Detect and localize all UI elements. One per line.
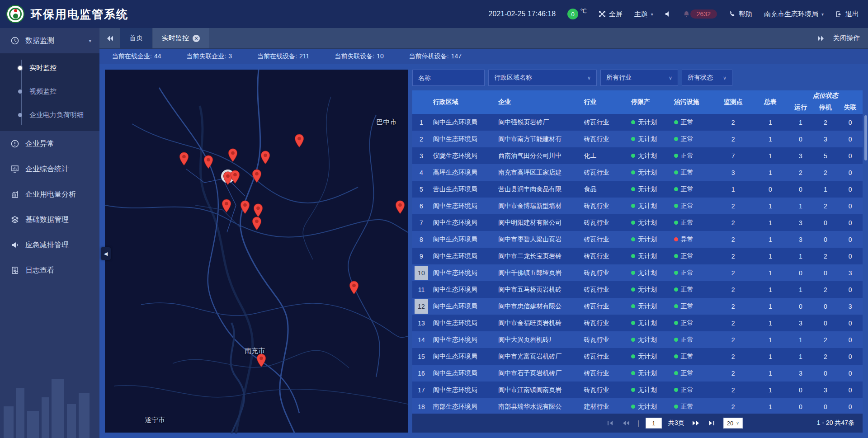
page-size-select[interactable]: 20 ∨ [723, 418, 743, 429]
industry-filter-select[interactable]: 所有行业 ∨ [600, 70, 678, 86]
map-pin-icon[interactable] [179, 152, 189, 166]
cell-meter: 1 [752, 164, 788, 181]
org-menu[interactable]: 南充市生态环境局 ▾ [764, 10, 824, 19]
map-pin-icon[interactable] [203, 155, 213, 169]
sidebar-item-power-analysis[interactable]: 企业用电量分析 [0, 182, 99, 207]
table-row[interactable]: 13阆中生态环境局阆中市金福旺页岩机砖砖瓦行业无计划正常21300 [412, 315, 863, 331]
cell-limit: 无计划 [628, 331, 671, 348]
enterprise-table: 行政区域 企业 行业 停限产 治污设施 监测点 总表 点位状态 运行 [412, 90, 863, 414]
prev-page-button[interactable] [621, 418, 631, 428]
sidebar-item-enterprise-abnormal[interactable]: 企业异常 [0, 131, 99, 156]
cell-industry: 砖瓦行业 [581, 198, 629, 214]
map-pin-icon[interactable] [256, 353, 266, 367]
cell-index: 17 [412, 381, 430, 398]
cell-region: 阆中生态环境局 [430, 298, 495, 315]
map[interactable]: 巴中市南充市遂宁市 ◀ [105, 70, 408, 433]
map-pin-icon[interactable] [260, 151, 270, 165]
table-row[interactable]: 9阆中生态环境局阆中市二龙长宝页岩砖砖瓦行业无计划正常21120 [412, 248, 863, 264]
map-pin-icon[interactable] [294, 134, 304, 148]
tab-home[interactable]: 首页 [120, 28, 152, 48]
sidebar-item-base-data[interactable]: 基础数据管理 [0, 207, 99, 232]
last-page-button[interactable] [707, 418, 717, 428]
table-row[interactable]: 15阆中生态环境局阆中市光富页岩机砖厂砖瓦行业无计划正常21120 [412, 348, 863, 365]
region-filter-select[interactable]: 行政区域名称 ∨ [488, 70, 597, 86]
cell-meter: 1 [752, 348, 788, 365]
status-dot-green [631, 271, 635, 275]
page-number-input[interactable] [646, 418, 662, 429]
sidebar-item-emergency-reduction[interactable]: 应急减排管理 [0, 232, 99, 258]
table-row[interactable]: 3仪陇生态环境局西南油气田分公司川中化工无计划正常71350 [412, 147, 863, 164]
map-city-label: 巴中市 [377, 118, 397, 127]
tab-realtime-monitor[interactable]: 实时监控 ✕ [153, 28, 209, 48]
cell-region: 阆中生态环境局 [430, 114, 495, 131]
col-header-point-status: 点位状态 [788, 90, 863, 101]
scrollbar-thumb[interactable] [864, 115, 867, 160]
sidebar-item-enterprise-statistics[interactable]: 企业综合统计 [0, 156, 99, 182]
cell-run: 3 [788, 315, 813, 331]
sidebar-item-power-load-detail[interactable]: 企业电力负荷明细 [0, 103, 99, 127]
table-row[interactable]: 14阆中生态环境局阆中大兴页岩机砖厂砖瓦行业无计划正常21120 [412, 331, 863, 348]
table-row[interactable]: 11阆中生态环境局阆中市五马桥页岩机砖砖瓦行业无计划正常21120 [412, 281, 863, 298]
sidebar-item-data-monitor[interactable]: 数据监测 ▾ [0, 28, 99, 53]
tabs-scroll-right-button[interactable] [817, 35, 825, 42]
mute-button[interactable] [665, 11, 671, 17]
table-row[interactable]: 7阆中生态环境局阆中明阳建材有限公司砖瓦行业无计划正常21300 [412, 214, 863, 231]
sidebar-item-video-monitor[interactable]: 视频监控 [0, 80, 99, 103]
map-pin-icon[interactable] [240, 200, 250, 214]
cell-points: 2 [714, 198, 752, 214]
stat-online-devices: 当前在线设备:211 [257, 52, 309, 61]
notifications-button[interactable]: 2632 [683, 9, 717, 19]
close-operations-button[interactable]: 关闭操作 [833, 34, 860, 42]
table-row[interactable]: 17阆中生态环境局阆中市江南镇阆南页岩砖瓦行业无计划正常21030 [412, 381, 863, 398]
map-pin-icon[interactable] [395, 200, 405, 214]
status-dot-green [674, 338, 678, 342]
sidebar-item-realtime-monitor[interactable]: 实时监控 [0, 56, 99, 80]
table-row[interactable]: 8阆中生态环境局阆中市枣碧大梁山页岩砖瓦行业无计划异常21300 [412, 231, 863, 248]
table-row[interactable]: 6阆中生态环境局阆中市金博瑞新型墙材砖瓦行业无计划正常21120 [412, 198, 863, 214]
map-pin-icon[interactable] [253, 203, 263, 217]
cell-run: 0 [788, 398, 813, 414]
tabs-scroll-left-button[interactable] [99, 28, 120, 48]
next-page-button[interactable] [691, 418, 701, 428]
map-pin-icon[interactable] [222, 199, 231, 213]
map-pin-icon[interactable] [252, 169, 262, 183]
status-filter-select[interactable]: 所有状态 ∨ [682, 70, 732, 86]
cell-treatment: 正常 [671, 365, 714, 381]
map-pin-icon[interactable] [228, 148, 238, 162]
table-row[interactable]: 5营山生态环境局营山县润丰肉食品有限食品无计划正常10010 [412, 181, 863, 198]
fullscreen-button[interactable]: 全屏 [599, 10, 623, 19]
name-filter-input[interactable] [418, 74, 479, 81]
table-row[interactable]: 4高坪生态环境局南充市高坪区王家店建砖瓦行业无计划正常31220 [412, 164, 863, 181]
help-button[interactable]: 帮助 [729, 10, 752, 19]
chevron-down-icon: ▾ [821, 12, 824, 17]
table-row[interactable]: 2阆中生态环境局阆中市南方节能建材有砖瓦行业无计划正常21030 [412, 131, 863, 147]
logout-button[interactable]: 退出 [835, 10, 859, 19]
cell-lost: 0 [838, 114, 863, 131]
table-row[interactable]: 12阆中生态环境局阆中市忠信建材有限公砖瓦行业无计划正常21003 [412, 298, 863, 315]
map-pin-icon[interactable] [252, 217, 262, 231]
theme-menu[interactable]: 主题 ▾ [634, 10, 653, 19]
first-page-button[interactable] [605, 418, 615, 428]
map-roads [105, 70, 408, 433]
table-row[interactable]: 18南部生态环境局南部县瑞华水泥有限公建材行业无计划正常21000 [412, 398, 863, 414]
cell-lost: 0 [838, 331, 863, 348]
map-collapse-button[interactable]: ◀ [101, 247, 111, 260]
cell-meter: 1 [752, 315, 788, 331]
phone-icon [729, 11, 736, 18]
table-row[interactable]: 16阆中生态环境局阆中市石子页岩机砖厂砖瓦行业无计划正常21300 [412, 365, 863, 381]
sidebar-item-log-view[interactable]: 日志查看 [0, 258, 99, 283]
status-dot-green [631, 338, 635, 342]
table-row[interactable]: 10阆中生态环境局阆中千佛镇五郎垭页岩砖瓦行业无计划正常21003 [412, 264, 863, 281]
table-row[interactable]: 1阆中生态环境局阆中强锐页岩砖厂砖瓦行业无计划正常21120 [412, 114, 863, 131]
cell-index: 15 [412, 348, 430, 365]
cell-region: 阆中生态环境局 [430, 365, 495, 381]
name-filter[interactable] [412, 70, 485, 86]
cell-lost: 0 [838, 198, 863, 214]
status-dot-green [631, 405, 635, 409]
map-pin-icon[interactable] [230, 170, 240, 184]
map-pin-icon[interactable] [349, 281, 359, 295]
cell-lost: 0 [838, 398, 863, 414]
close-icon[interactable]: ✕ [193, 35, 200, 42]
cell-stop: 0 [813, 365, 838, 381]
cell-run: 1 [788, 198, 813, 214]
